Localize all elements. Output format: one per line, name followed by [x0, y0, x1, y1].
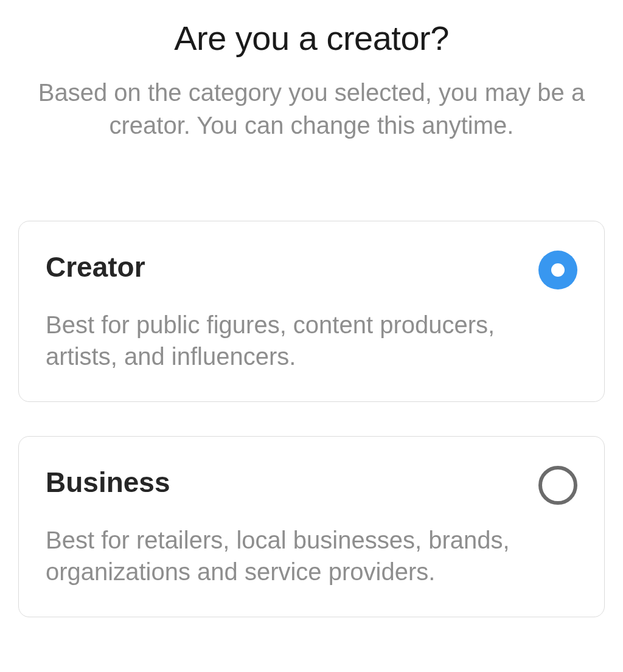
radio-selected-icon[interactable]: [538, 251, 577, 289]
option-title: Business: [46, 466, 577, 499]
option-description: Best for retailers, local businesses, br…: [46, 524, 520, 587]
option-business[interactable]: Business Best for retailers, local busin…: [18, 436, 605, 617]
radio-unselected-icon[interactable]: [538, 466, 577, 505]
page-subtitle: Based on the category you selected, you …: [37, 76, 586, 142]
page-title: Are you a creator?: [18, 18, 605, 58]
account-type-options: Creator Best for public figures, content…: [18, 221, 605, 617]
option-title: Creator: [46, 251, 577, 283]
option-description: Best for public figures, content produce…: [46, 309, 520, 372]
option-creator[interactable]: Creator Best for public figures, content…: [18, 221, 605, 402]
